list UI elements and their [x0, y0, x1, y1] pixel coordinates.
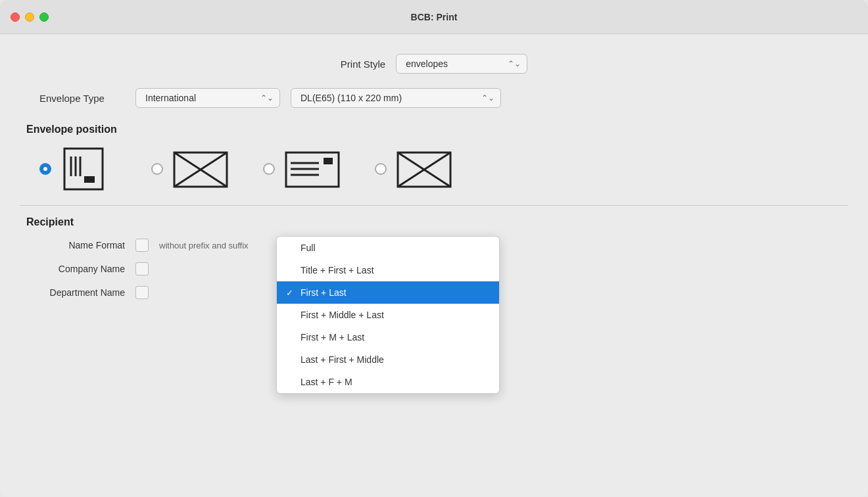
print-style-label: Print Style: [341, 59, 385, 70]
envelope-position-2[interactable]: [151, 146, 230, 192]
check-first-last: ✓: [286, 288, 293, 298]
separator: [20, 205, 848, 206]
envelope-position-3[interactable]: [263, 146, 342, 192]
dropdown-item-title-first-last[interactable]: Title + First + Last: [277, 259, 499, 281]
dropdown-item-first-last[interactable]: ✓ First + Last: [277, 281, 499, 304]
recipient-section: Recipient Name Format without prefix and…: [20, 216, 848, 299]
radio-pos1[interactable]: [39, 163, 51, 175]
dropdown-item-first-middle-last[interactable]: First + Middle + Last: [277, 304, 499, 326]
print-style-select-wrapper: envelopes labels lists ⌃⌄: [396, 54, 527, 74]
department-name-label: Department Name: [39, 287, 125, 298]
main-content: Print Style envelopes labels lists ⌃⌄ En…: [0, 34, 868, 323]
dropdown-item-first-m-last[interactable]: First + M + Last: [277, 326, 499, 348]
svg-line-19: [424, 170, 450, 187]
svg-line-18: [398, 170, 424, 187]
envelope-size-select[interactable]: DL(E65) (110 x 220 mm) C5 (162 x 229 mm)…: [291, 88, 501, 108]
name-format-label: Name Format: [39, 240, 125, 250]
envelope-icon-1: [59, 146, 118, 192]
radio-pos2[interactable]: [151, 163, 163, 175]
dropdown-item-last-first-middle[interactable]: Last + First + Middle: [277, 348, 499, 371]
radio-pos4[interactable]: [375, 163, 387, 175]
window-controls: [11, 12, 49, 22]
svg-rect-14: [324, 158, 333, 164]
envelope-type-label: Envelope Type: [39, 93, 125, 104]
print-style-row: Print Style envelopes labels lists ⌃⌄: [20, 54, 848, 74]
dropdown-item-full[interactable]: Full: [277, 237, 499, 259]
department-name-checkbox[interactable]: [135, 286, 149, 299]
minimize-button[interactable]: [25, 12, 34, 22]
name-format-dropdown: Full Title + First + Last ✓ First + Last…: [276, 236, 500, 394]
company-name-checkbox[interactable]: [135, 262, 149, 275]
company-name-label: Company Name: [39, 264, 125, 274]
maximize-button[interactable]: [39, 12, 49, 22]
svg-line-7: [201, 153, 227, 170]
close-button[interactable]: [11, 12, 20, 22]
svg-line-8: [174, 170, 201, 187]
svg-line-16: [398, 153, 424, 170]
envelope-position-1[interactable]: [39, 146, 118, 192]
radio-pos3[interactable]: [263, 163, 275, 175]
window-title: BCB: Print: [411, 12, 458, 22]
envelope-icon-2: [171, 146, 230, 192]
window: BCB: Print Print Style envelopes labels …: [0, 0, 868, 497]
recipient-title: Recipient: [20, 216, 848, 228]
title-bar: BCB: Print: [0, 0, 868, 34]
name-format-hint: without prefix and suffix: [159, 241, 249, 250]
svg-rect-4: [84, 176, 95, 183]
svg-line-17: [424, 153, 450, 170]
envelope-type-select[interactable]: International US Standard Custom: [135, 88, 280, 108]
envelope-position-4[interactable]: [375, 146, 454, 192]
envelope-position-title: Envelope position: [20, 124, 848, 135]
svg-line-6: [174, 153, 201, 170]
name-format-checkbox[interactable]: [135, 239, 149, 252]
svg-line-9: [201, 170, 227, 187]
print-style-select[interactable]: envelopes labels lists: [396, 54, 527, 74]
envelope-type-select-wrapper: International US Standard Custom ⌃⌄: [135, 88, 280, 108]
envelope-positions-group: [20, 146, 848, 192]
envelope-type-row: Envelope Type International US Standard …: [20, 88, 848, 108]
envelope-icon-3: [283, 146, 342, 192]
envelope-size-select-wrapper: DL(E65) (110 x 220 mm) C5 (162 x 229 mm)…: [291, 88, 501, 108]
envelope-icon-4: [395, 146, 454, 192]
dropdown-item-last-f-m[interactable]: Last + F + M: [277, 371, 499, 393]
